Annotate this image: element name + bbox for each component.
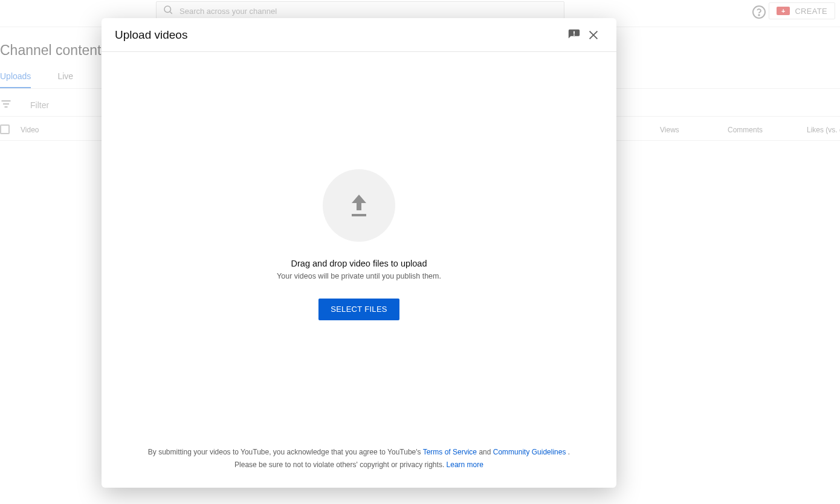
svg-rect-6	[5, 106, 8, 108]
feedback-button[interactable]	[564, 25, 584, 45]
page-title: Channel content	[0, 42, 102, 59]
svg-rect-8	[573, 34, 575, 36]
select-all-checkbox[interactable]	[0, 124, 10, 134]
svg-rect-4	[2, 100, 11, 102]
svg-rect-11	[352, 214, 366, 216]
select-files-button[interactable]: SELECT FILES	[318, 299, 399, 320]
svg-point-0	[164, 6, 171, 13]
tab-uploads[interactable]: Uploads	[0, 71, 31, 89]
content-tabs: Uploads Live	[0, 71, 73, 89]
column-comments[interactable]: Comments	[728, 126, 763, 134]
search-input[interactable]	[179, 7, 518, 16]
upload-modal: Upload videos Drag and drop video files …	[102, 18, 616, 488]
create-button-label: CREATE	[795, 7, 827, 16]
column-likes[interactable]: Likes (vs. d	[807, 126, 840, 134]
upload-dropzone[interactable]: Drag and drop video files to upload Your…	[102, 52, 616, 438]
close-button[interactable]	[584, 25, 603, 45]
svg-rect-5	[3, 103, 9, 105]
modal-title: Upload videos	[115, 28, 564, 42]
dropzone-subtitle: Your videos will be private until you pu…	[277, 272, 441, 280]
footer-text: .	[568, 448, 570, 456]
svg-point-3	[758, 15, 760, 16]
column-views[interactable]: Views	[660, 126, 679, 134]
svg-point-2	[753, 6, 765, 18]
tab-live[interactable]: Live	[57, 71, 73, 89]
upload-icon	[323, 169, 395, 242]
guidelines-link[interactable]: Community Guidelines	[493, 448, 566, 456]
search-icon	[157, 4, 179, 18]
learn-more-link[interactable]: Learn more	[447, 460, 483, 469]
svg-rect-7	[573, 31, 575, 34]
help-icon[interactable]	[752, 5, 766, 22]
camera-plus-icon	[777, 7, 790, 15]
footer-text: By submitting your videos to YouTube, yo…	[148, 448, 423, 456]
column-video[interactable]: Video	[21, 126, 39, 134]
modal-header: Upload videos	[102, 18, 616, 52]
footer-text: Please be sure to not to violate others'…	[234, 460, 446, 469]
svg-line-1	[170, 11, 172, 13]
tos-link[interactable]: Terms of Service	[423, 448, 477, 456]
footer-text: and	[479, 448, 493, 456]
create-button[interactable]: CREATE	[769, 2, 835, 19]
filter-icon[interactable]	[0, 98, 12, 112]
modal-footer: By submitting your videos to YouTube, yo…	[102, 438, 616, 488]
dropzone-title: Drag and drop video files to upload	[291, 259, 427, 268]
